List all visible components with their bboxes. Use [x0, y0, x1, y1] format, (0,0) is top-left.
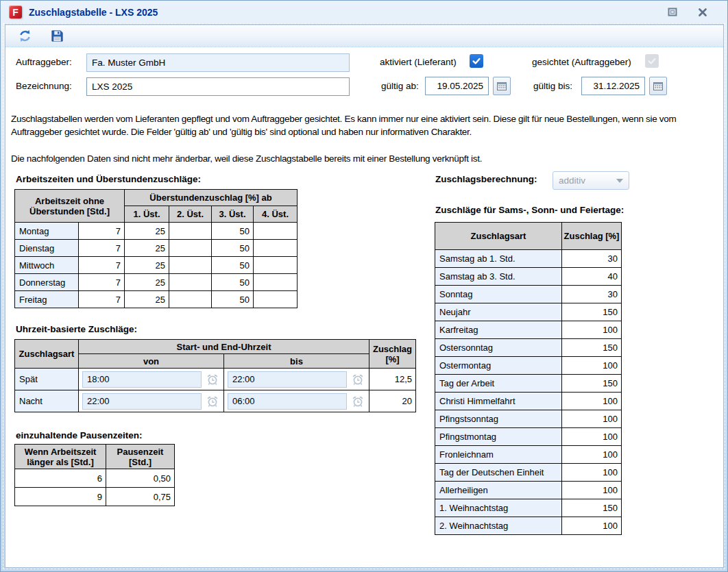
close-button[interactable]	[697, 7, 708, 18]
app-logo-icon: F	[9, 5, 22, 18]
feiertage-col2-header: Zuschlag [%]	[562, 223, 622, 250]
time-to-input	[228, 393, 347, 410]
surcharge-type-label: Spät	[15, 369, 79, 390]
pause-row: 60,50	[15, 469, 175, 488]
ueberstunden-value: 50	[212, 223, 254, 240]
holiday-percent-value: 40	[562, 268, 622, 286]
check-icon	[647, 56, 657, 66]
ueberstunden-value	[169, 223, 212, 240]
holiday-row: Samstag ab 3. Std.40	[435, 268, 622, 286]
time-from-input	[82, 393, 202, 410]
holiday-label: Ostermontag	[435, 357, 562, 375]
ueberstunden-value: 50	[212, 291, 254, 308]
time-to-input	[228, 371, 347, 388]
ust1-header: 1. Üst.	[125, 206, 169, 223]
ust4-header: 4. Üst.	[254, 206, 298, 223]
holiday-label: Allerheiligen	[435, 482, 562, 499]
ueberstunden-value	[169, 274, 212, 291]
refresh-button[interactable]	[17, 29, 32, 44]
holiday-label: Tag der Arbeit	[435, 375, 562, 393]
zuschlagsberechnung-value: additiv	[559, 175, 585, 186]
holiday-row: Sonntag30	[435, 286, 622, 303]
day-label: Donnerstag	[15, 274, 79, 291]
holiday-label: Christi Himmelfahrt	[435, 393, 562, 410]
clock-icon	[205, 372, 220, 387]
ueberstunden-value	[169, 291, 212, 308]
ust3-header: 3. Üst.	[212, 206, 254, 223]
workday-row: Donnerstag72550	[15, 274, 298, 291]
zuschlagsberechnung-dropdown: additiv	[553, 171, 629, 190]
holiday-label: Sonntag	[435, 286, 562, 303]
pausen-table: Wenn Arbeitszeit länger als [Std.] Pause…	[14, 444, 175, 506]
ueberstunden-value	[254, 240, 298, 257]
aktiviert-label: aktiviert (Lieferant)	[380, 57, 457, 67]
gueltig-ab-field[interactable]	[425, 77, 489, 95]
holiday-row: Samstag ab 1. Std.30	[435, 250, 622, 268]
startend-group-header: Start- und End-Uhrzeit	[79, 340, 369, 354]
ueberstunden-value	[169, 257, 212, 274]
gesichtet-checkbox	[645, 54, 659, 68]
clock-icon	[350, 394, 365, 409]
holiday-label: 2. Weihnachtstag	[435, 517, 562, 535]
save-button[interactable]	[49, 29, 64, 44]
holiday-percent-value: 30	[562, 250, 622, 268]
titlebar: F Zuschlagstabelle - LXS 2025	[1, 1, 727, 23]
holiday-percent-value: 100	[562, 410, 622, 428]
ueberstunden-value: 25	[125, 274, 169, 291]
hours-value: 7	[79, 240, 125, 257]
holiday-percent-value: 150	[562, 303, 622, 321]
holiday-percent-value: 30	[562, 286, 622, 303]
ueberstunden-value: 50	[212, 274, 254, 291]
info-paragraph-2: Die nachfolgenden Daten sind nicht mehr …	[11, 152, 719, 165]
holiday-label: Neujahr	[435, 303, 562, 321]
holiday-label: Karfreitag	[435, 321, 562, 339]
holiday-row: Allerheiligen100	[435, 482, 622, 499]
holiday-label: Ostersonntag	[435, 339, 562, 357]
uhrzeit-table: Zuschlagsart Start- und End-Uhrzeit Zusc…	[14, 339, 416, 412]
zuschlag-header: Zuschlag [%]	[369, 340, 416, 369]
day-label: Dienstag	[15, 240, 79, 257]
day-label: Montag	[15, 223, 79, 240]
holiday-percent-value: 100	[562, 464, 622, 482]
clock-icon	[205, 394, 220, 409]
ueberstunden-value: 25	[125, 257, 169, 274]
holiday-row: Fronleichnam100	[435, 446, 622, 464]
window-title: Zuschlagstabelle - LXS 2025	[29, 7, 158, 18]
workday-row: Montag72550	[15, 223, 298, 240]
chevron-down-icon	[616, 179, 623, 183]
holiday-label: Fronleichnam	[435, 446, 562, 464]
feiertage-col1-header: Zuschlagsart	[435, 223, 562, 250]
gueltig-ab-calendar-button[interactable]	[493, 77, 511, 95]
bezeichnung-field[interactable]	[86, 77, 350, 96]
ueberstunden-value: 25	[125, 223, 169, 240]
aktiviert-checkbox[interactable]	[470, 54, 483, 68]
holiday-row: Christi Himmelfahrt100	[435, 393, 622, 410]
ueberstunden-value: 25	[125, 240, 169, 257]
surcharge-percent-value: 20	[369, 390, 416, 412]
ueberstunden-value: 25	[125, 291, 169, 308]
holiday-label: Samstag ab 1. Std.	[435, 250, 562, 268]
worktime-threshold-value: 9	[15, 488, 106, 506]
gueltig-bis-calendar-button[interactable]	[649, 77, 667, 95]
feiertage-heading: Zuschläge für Sams-, Sonn- und Feiertage…	[435, 205, 624, 215]
holiday-row: 2. Weihnachtstag100	[435, 517, 622, 535]
day-label: Freitag	[15, 291, 79, 308]
ueberstunden-value	[254, 223, 298, 240]
arbeitszeiten-table: Arbeitszeit ohne Überstunden [Std.] Über…	[14, 189, 298, 308]
hours-value: 7	[79, 274, 125, 291]
dialog-content: Auftraggeber: aktiviert (Lieferant) gesi…	[5, 24, 724, 568]
gueltig-bis-label: gültig bis:	[533, 81, 572, 91]
holiday-row: Ostersonntag150	[435, 339, 622, 357]
ueberstunden-value: 50	[212, 240, 254, 257]
ueberstunden-value	[254, 274, 298, 291]
ueberstunden-value	[254, 257, 298, 274]
pausen-heading: einzuhaltende Pausenzeiten:	[16, 430, 143, 440]
holiday-row: Pfingstmontag100	[435, 428, 622, 446]
save-icon	[51, 29, 64, 42]
ueberstunden-group-header: Überstundenzuschlag [%] ab	[125, 190, 298, 206]
holiday-row: Pfingstsonntag100	[435, 410, 622, 428]
uhrzeit-heading: Uhrzeit-basierte Zuschläge:	[16, 324, 137, 334]
zuschlagsberechnung-label: Zuschlagsberechnung:	[435, 174, 537, 184]
maximize-button[interactable]	[667, 7, 678, 18]
gueltig-bis-field[interactable]	[581, 77, 645, 95]
